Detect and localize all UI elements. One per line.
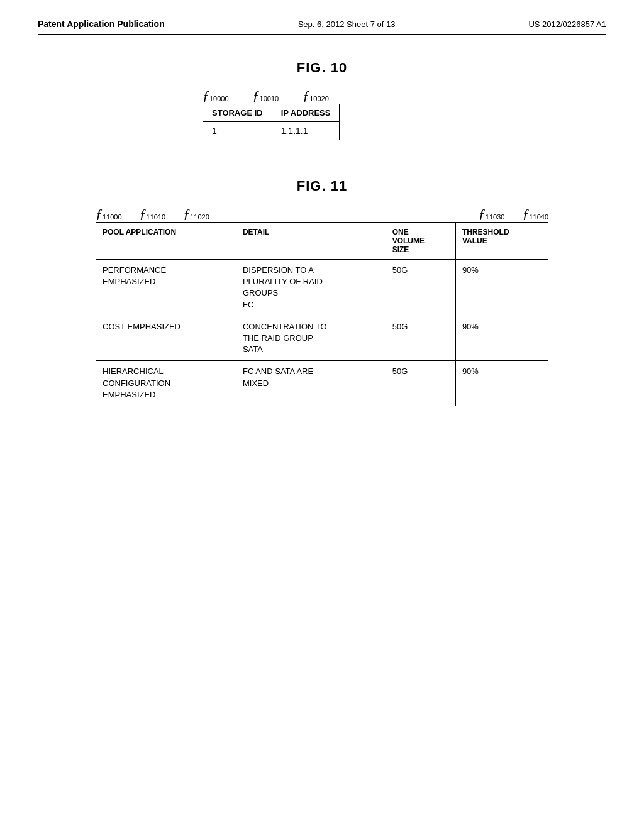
fig11-col-volume-size: ONEVOLUMESIZE [386, 223, 455, 260]
fig11-col-pool-app: POOL APPLICATION [96, 223, 236, 260]
ref-10000: ƒ10000 [203, 89, 229, 102]
fig10-col-storage-id: STORAGE ID [203, 104, 272, 122]
fig11-header-row: POOL APPLICATION DETAIL ONEVOLUMESIZE TH… [96, 223, 548, 260]
fig10-section: FIG. 10 ƒ10000 ƒ10010 ƒ10020 STORAGE ID … [165, 60, 479, 140]
ref-11030: ƒ11030 [479, 207, 505, 221]
ref-11040: ƒ11040 [522, 207, 548, 221]
fig11-cell-thresh-hier: 90% [455, 361, 548, 406]
fig11-title: FIG. 11 [96, 178, 548, 194]
fig10-col-ip-address: IP ADDRESS [272, 104, 340, 122]
ref-11040-num: 11040 [529, 213, 548, 221]
fig11-row-cost: COST EMPHASIZED CONCENTRATION TOTHE RAID… [96, 316, 548, 361]
header-patent-number: US 2012/0226857 A1 [528, 19, 606, 29]
ref-11020-num: 11020 [190, 213, 209, 221]
fig10-header-row: STORAGE ID IP ADDRESS [203, 104, 340, 122]
fig11-row-hierarchical: HIERARCHICALCONFIGURATIONEMPHASIZED FC A… [96, 361, 548, 406]
ref-10020-num: 10020 [309, 95, 329, 102]
fig10-data-row-1: 1 1.1.1.1 [203, 122, 340, 140]
page-header: Patent Application Publication Sep. 6, 2… [38, 19, 606, 35]
ref-10010-num: 10010 [260, 95, 279, 102]
fig11-cell-thresh-perf: 90% [455, 260, 548, 316]
fig10-title: FIG. 10 [165, 60, 479, 76]
fig10-ref-row: ƒ10000 ƒ10010 ƒ10020 [203, 89, 517, 102]
fig11-row-performance: PERFORMANCEEMPHASIZED DISPERSION TO APLU… [96, 260, 548, 316]
fig11-cell-detail-perf: DISPERSION TO APLURALITY OF RAIDGROUPSFC [236, 260, 386, 316]
page: Patent Application Publication Sep. 6, 2… [0, 0, 644, 830]
fig11-table: POOL APPLICATION DETAIL ONEVOLUMESIZE TH… [96, 222, 548, 406]
ref-10010: ƒ10010 [253, 89, 279, 102]
header-publication-label: Patent Application Publication [38, 19, 165, 29]
fig11-ref-row: ƒ11000 ƒ11010 ƒ11020 ƒ11030 ƒ11040 [96, 207, 548, 221]
fig11-cell-detail-hier: FC AND SATA AREMIXED [236, 361, 386, 406]
ref-10020-symbol: ƒ [303, 89, 309, 102]
fig10-cell-ip-1: 1.1.1.1 [272, 122, 340, 140]
fig10-table: STORAGE ID IP ADDRESS 1 1.1.1.1 [203, 104, 340, 140]
fig10-cell-storage-id-1: 1 [203, 122, 272, 140]
fig11-cell-vol-hier: 50G [386, 361, 455, 406]
fig11-cell-vol-perf: 50G [386, 260, 455, 316]
ref-10000-num: 10000 [209, 95, 229, 102]
ref-10000-symbol: ƒ [203, 89, 209, 102]
ref-11020: ƒ11020 [183, 207, 209, 221]
fig11-cell-thresh-cost: 90% [455, 316, 548, 361]
header-date-sheet: Sep. 6, 2012 Sheet 7 of 13 [298, 19, 396, 29]
fig11-col-detail: DETAIL [236, 223, 386, 260]
ref-10020: ƒ10020 [303, 89, 329, 102]
fig11-cell-detail-cost: CONCENTRATION TOTHE RAID GROUPSATA [236, 316, 386, 361]
fig11-cell-pool-cost: COST EMPHASIZED [96, 316, 236, 361]
ref-11000-num: 11000 [103, 213, 122, 221]
ref-11010-num: 11010 [147, 213, 166, 221]
fig11-section: FIG. 11 ƒ11000 ƒ11010 ƒ11020 ƒ11030 ƒ110… [96, 178, 548, 406]
fig11-col-threshold: THRESHOLDVALUE [455, 223, 548, 260]
fig11-cell-vol-cost: 50G [386, 316, 455, 361]
fig11-cell-pool-perf: PERFORMANCEEMPHASIZED [96, 260, 236, 316]
ref-10010-symbol: ƒ [253, 89, 260, 102]
fig11-cell-pool-hier: HIERARCHICALCONFIGURATIONEMPHASIZED [96, 361, 236, 406]
ref-11000: ƒ11000 [96, 207, 122, 221]
ref-11030-num: 11030 [486, 213, 505, 221]
ref-11010: ƒ11010 [140, 207, 166, 221]
